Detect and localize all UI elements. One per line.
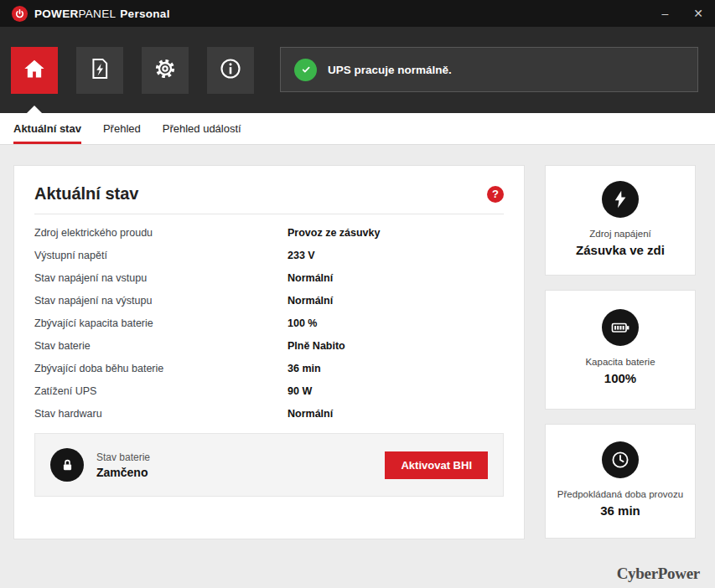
card-label: Předpokládaná doba provozu: [552, 489, 688, 499]
battery-status-panel: Stav baterie Zamčeno Aktivovat BHI: [34, 433, 504, 497]
row-value: 36 min: [288, 363, 321, 374]
battery-panel-text: Stav baterie Zamčeno: [96, 451, 150, 479]
battery-panel-label: Stav baterie: [96, 451, 150, 463]
battery-panel-value: Zamčeno: [96, 466, 150, 479]
table-row: Výstupní napětí 233 V: [34, 244, 504, 266]
nav-events-button[interactable]: [76, 47, 123, 94]
tab-prehled-udalosti[interactable]: Přehled událostí: [163, 113, 241, 144]
row-value: 90 W: [288, 385, 312, 397]
ups-status-text: UPS pracuje normálně.: [328, 64, 452, 76]
table-row: Stav baterie Plně Nabito: [34, 334, 504, 357]
activate-bhi-button[interactable]: Aktivovat BHI: [385, 451, 488, 479]
brand-panel: PANEL: [79, 8, 117, 20]
battery-icon: [602, 309, 639, 346]
row-value: Normální: [288, 295, 333, 307]
tab-aktualni-stav[interactable]: Aktuální stav: [13, 113, 81, 144]
table-row: Zbývající doba běhu baterie 36 min: [34, 357, 504, 379]
header: UPS pracuje normálně.: [0, 27, 715, 113]
power-source-card: Zdroj napájení Zásuvka ve zdi: [545, 165, 696, 276]
card-value: 100%: [552, 371, 688, 385]
bolt-icon: [602, 181, 639, 218]
card-label: Zdroj napájení: [552, 229, 688, 239]
gear-icon: [153, 57, 177, 84]
battery-capacity-card: Kapacita baterie 100%: [545, 290, 696, 410]
cyberpower-logo: CyberPower: [617, 565, 700, 583]
nav-settings-button[interactable]: [142, 47, 189, 94]
titlebar: POWERPANELPersonal – ✕: [0, 0, 715, 27]
card-value: Zásuvka ve zdi: [552, 243, 688, 257]
divider: [34, 214, 504, 214]
row-label: Stav napájení na vstupu: [34, 272, 288, 284]
power-logo-icon: [12, 6, 28, 22]
table-row: Stav napájení na vstupu Normální: [34, 266, 504, 289]
tabbar: Aktuální stav Přehled Přehled událostí: [0, 113, 715, 145]
row-value: Normální: [288, 272, 333, 284]
row-value: Plně Nabito: [288, 340, 345, 352]
nav-about-button[interactable]: [207, 47, 254, 94]
row-label: Stav baterie: [34, 340, 288, 352]
table-row: Stav napájení na výstupu Normální: [34, 289, 504, 312]
row-label: Zbývající kapacita baterie: [34, 317, 288, 329]
table-row: Stav hardwaru Normální: [34, 402, 504, 425]
tab-prehled[interactable]: Přehled: [103, 113, 141, 144]
document-bolt-icon: [88, 57, 111, 84]
brand-suffix: Personal: [120, 8, 169, 20]
active-nav-pointer: [27, 106, 42, 113]
row-label: Zbývající doba běhu baterie: [34, 363, 288, 374]
clock-icon: [602, 441, 639, 478]
row-value: 100 %: [288, 317, 317, 329]
app-title: POWERPANELPersonal: [34, 8, 170, 20]
summary-column: Zdroj napájení Zásuvka ve zdi Kapacita b…: [545, 165, 696, 539]
table-row: Zatížení UPS 90 W: [34, 379, 504, 402]
help-icon[interactable]: ?: [487, 186, 504, 203]
row-value: Provoz ze zásuvky: [288, 227, 380, 239]
close-button[interactable]: ✕: [693, 8, 703, 19]
minimize-button[interactable]: –: [661, 8, 668, 19]
current-status-card: Aktuální stav ? Zdroj elektrického proud…: [13, 165, 525, 539]
table-row: Zbývající kapacita baterie 100 %: [34, 312, 504, 334]
table-row: Zdroj elektrického proudu Provoz ze zásu…: [34, 221, 504, 244]
brand-power: POWER: [34, 8, 79, 20]
runtime-card: Předpokládaná doba provozu 36 min: [545, 424, 696, 539]
content: Aktuální stav ? Zdroj elektrického proud…: [0, 145, 715, 539]
powerpanel-window: POWERPANELPersonal – ✕: [0, 0, 715, 588]
window-controls: – ✕: [661, 8, 703, 19]
row-label: Stav napájení na výstupu: [34, 295, 288, 307]
row-label: Zdroj elektrického proudu: [34, 227, 288, 239]
nav-home-button[interactable]: [11, 47, 58, 94]
row-label: Zatížení UPS: [34, 385, 288, 397]
card-value: 36 min: [552, 503, 688, 518]
card-label: Kapacita baterie: [552, 357, 688, 367]
row-label: Stav hardwaru: [34, 408, 288, 420]
row-label: Výstupní napětí: [34, 250, 288, 261]
page-title: Aktuální stav: [34, 184, 138, 204]
info-icon: [219, 57, 242, 84]
ups-status-banner: UPS pracuje normálně.: [280, 47, 698, 92]
home-icon: [23, 57, 46, 84]
status-rows: Zdroj elektrického proudu Provoz ze zásu…: [34, 221, 504, 425]
nav-icons: [11, 47, 254, 94]
row-value: Normální: [288, 408, 333, 420]
lock-icon: [50, 448, 84, 482]
row-value: 233 V: [288, 250, 315, 261]
check-circle-icon: [294, 59, 317, 81]
